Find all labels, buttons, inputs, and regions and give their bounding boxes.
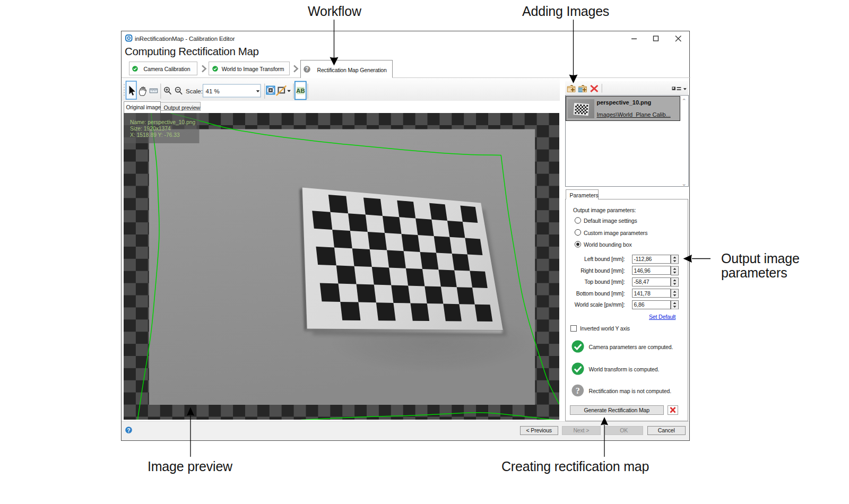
svg-text:?: ? xyxy=(127,427,130,433)
svg-text:Name: perspective_10.png: Name: perspective_10.png xyxy=(130,119,195,125)
svg-text:?: ? xyxy=(576,386,580,395)
svg-text:Size: 1920x1374: Size: 1920x1374 xyxy=(130,125,171,131)
svg-text:AB: AB xyxy=(296,88,305,94)
svg-text:X: 1518.89 Y: -76.33: X: 1518.89 Y: -76.33 xyxy=(130,132,180,138)
svg-text:?: ? xyxy=(305,66,308,72)
svg-text:41 %: 41 % xyxy=(206,88,220,94)
svg-text:Scale:: Scale: xyxy=(186,88,203,94)
